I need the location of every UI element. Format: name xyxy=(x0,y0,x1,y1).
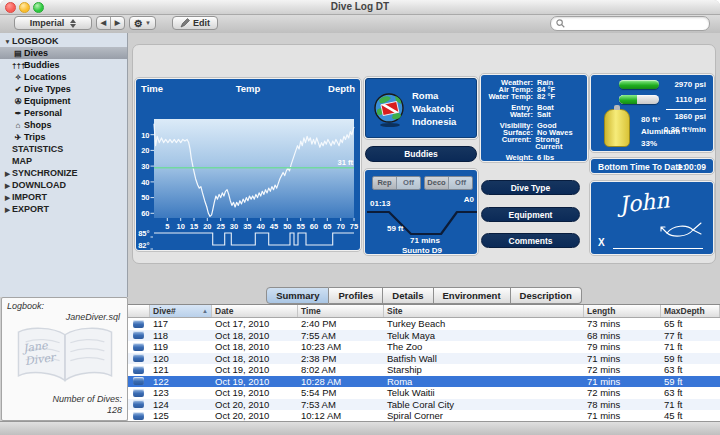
column-header-dive[interactable]: Dive#▲ xyxy=(150,305,212,317)
weather-panel: Weather:RainAir Temp:84 °FWater Temp:82 … xyxy=(479,73,589,163)
cell-dive: 117 xyxy=(150,318,212,330)
weather-row-water-temp: Water Temp:82 °F xyxy=(481,93,587,100)
sidebar-group-statistics[interactable]: STATISTICS xyxy=(0,143,127,155)
cell-maxdepth: 63 ft xyxy=(661,387,720,399)
sidebar-group-export[interactable]: ▶EXPORT xyxy=(0,203,127,215)
tank-panel: 2970 psi 1110 psi 1860 psi 0.36 ft³/min … xyxy=(589,73,715,153)
cell-length: 72 mins xyxy=(584,387,661,399)
table-row-dive-117[interactable]: 117Oct 17, 20102:40 PMTurkey Beach73 min… xyxy=(128,318,720,330)
cell-length: 73 mins xyxy=(584,318,661,330)
svg-text:45: 45 xyxy=(270,222,278,231)
sidebar-group-logbook[interactable]: ▼LOGBOOK xyxy=(0,35,127,47)
mini-profile-graphic: 01:13 A0 59 ft 71 mins Suunto D9 xyxy=(365,170,477,254)
globe-dive-flag-icon xyxy=(373,92,407,128)
table-row-dive-123[interactable]: 123Oct 19, 20105:54 PMTeluk Waitii72 min… xyxy=(128,387,720,399)
dive-log-icon xyxy=(133,389,144,397)
table-row-dive-125[interactable]: 125Oct 20, 201010:12 AMSpiral Corner71 m… xyxy=(128,410,720,422)
cell-time: 2:40 PM xyxy=(298,318,384,330)
search-input[interactable] xyxy=(568,18,702,30)
dive-row-icon-cell xyxy=(128,387,150,399)
table-row-dive-124[interactable]: 124Oct 20, 20107:53 AMTable Coral City78… xyxy=(128,399,720,411)
duration-value: 71 mins xyxy=(410,236,440,245)
svg-text:30: 30 xyxy=(230,222,238,231)
cell-maxdepth: 77 ft xyxy=(661,330,720,342)
column-header-date[interactable]: Date xyxy=(212,305,298,317)
dive-log-icon xyxy=(133,354,144,362)
sidebar-item-trips[interactable]: ✈Trips xyxy=(0,131,127,143)
max-depth-value: 59 ft xyxy=(387,224,404,233)
table-row-dive-118[interactable]: 118Oct 18, 20107:55 AMTeluk Maya68 mins7… xyxy=(128,330,720,342)
sidebar-group-map[interactable]: MAP xyxy=(0,155,127,167)
column-header-icon[interactable] xyxy=(128,305,150,317)
tab-description[interactable]: Description xyxy=(511,287,582,304)
sidebar-item-dive-types[interactable]: ✔Dive Types xyxy=(0,83,127,95)
column-header-time[interactable]: Time xyxy=(298,305,384,317)
signature-line xyxy=(613,248,703,249)
dive-table: Dive#▲DateTimeSiteLengthMaxDepth 117Oct … xyxy=(128,304,720,421)
sidebar-item-equipment[interactable]: ✇Equipment xyxy=(0,95,127,107)
sidebar-group-import[interactable]: ▶IMPORT xyxy=(0,191,127,203)
dive-computer-name: Suunto D9 xyxy=(402,246,443,254)
tab-summary[interactable]: Summary xyxy=(266,287,329,304)
cell-date: Oct 18, 2010 xyxy=(212,341,298,353)
sidebar-group-label: MAP xyxy=(12,156,32,166)
logbook-label: Logbook: xyxy=(7,301,44,311)
sidebar-item-buddies[interactable]: †††Buddies xyxy=(0,59,127,71)
table-row-dive-119[interactable]: 119Oct 18, 201010:23 AMThe Zoo79 mins71 … xyxy=(128,341,720,353)
sidebar-list: ▼LOGBOOK▤Dives†††Buddies✧Locations✔Dive … xyxy=(0,33,127,215)
sidebar-item-locations[interactable]: ✧Locations xyxy=(0,71,127,83)
column-header-maxdepth[interactable]: MaxDepth xyxy=(661,305,720,317)
column-header-site[interactable]: Site xyxy=(384,305,584,317)
buddies-button[interactable]: Buddies xyxy=(365,146,477,162)
chart-time-header: Time xyxy=(141,83,163,94)
action-gear-button[interactable]: ⚙ ▼ xyxy=(129,16,156,30)
cell-maxdepth: 59 ft xyxy=(661,376,720,388)
table-row-dive-122[interactable]: 122Oct 19, 201010:28 AMRoma71 mins59 ft xyxy=(128,376,720,388)
equipment-button[interactable]: Equipment xyxy=(481,207,580,222)
sidebar-item-label: Dive Types xyxy=(24,84,71,94)
sidebar-group-label: STATISTICS xyxy=(12,144,63,154)
cell-length: 71 mins xyxy=(584,410,661,422)
dive-count-label: Number of Dives: xyxy=(52,394,122,404)
table-row-dive-121[interactable]: 121Oct 19, 20108:02 AMStarship72 mins63 … xyxy=(128,364,720,376)
cell-length: 68 mins xyxy=(584,330,661,342)
sidebar-group-synchronize[interactable]: ▶SYNCHRONIZE xyxy=(0,167,127,179)
svg-text:20: 20 xyxy=(203,222,211,231)
status-bar xyxy=(0,421,720,435)
location-text: Roma Wakatobi Indonesia xyxy=(412,89,456,128)
tank-material-value: Aluminum xyxy=(641,127,680,136)
cell-maxdepth: 59 ft xyxy=(661,353,720,365)
comments-button[interactable]: Comments xyxy=(481,233,580,248)
sidebar-item-dives[interactable]: ▤Dives xyxy=(0,47,127,59)
edit-button[interactable]: Edit xyxy=(172,16,218,30)
weather-group: Weather:RainAir Temp:84 °FWater Temp:82 … xyxy=(481,79,587,100)
cell-dive: 120 xyxy=(150,353,212,365)
pressure-diff-rule xyxy=(666,109,706,110)
svg-text:60: 60 xyxy=(310,222,318,231)
tank-start-pressure-bar xyxy=(619,80,659,89)
tab-details[interactable]: Details xyxy=(383,287,433,304)
sidebar-group-download[interactable]: ▶DOWNLOAD xyxy=(0,179,127,191)
cell-maxdepth: 45 ft xyxy=(661,410,720,422)
cell-time: 5:54 PM xyxy=(298,387,384,399)
tab-environment[interactable]: Environment xyxy=(434,287,511,304)
title-bar: Dive Log DT xyxy=(0,0,720,15)
tab-profiles[interactable]: Profiles xyxy=(329,287,383,304)
cell-site: Table Coral City xyxy=(384,399,584,411)
sidebar: ▼LOGBOOK▤Dives†††Buddies✧Locations✔Dive … xyxy=(0,33,128,297)
sidebar-item-shops[interactable]: ⌂Shops xyxy=(0,119,127,131)
weather-field-value: Salt xyxy=(537,111,551,118)
forward-button[interactable]: ▶ xyxy=(111,17,124,29)
svg-text:55: 55 xyxy=(297,222,305,231)
column-header-length[interactable]: Length xyxy=(584,305,661,317)
dive-type-button[interactable]: Dive Type xyxy=(481,180,580,195)
cell-time: 2:38 PM xyxy=(298,353,384,365)
table-row-dive-120[interactable]: 120Oct 18, 20102:38 PMBatfish Wall71 min… xyxy=(128,353,720,365)
tank-end-pressure-bar xyxy=(619,95,659,104)
search-field[interactable] xyxy=(550,16,710,31)
svg-text:60: 60 xyxy=(141,209,149,218)
sidebar-item-personal[interactable]: ✒Personal xyxy=(0,107,127,119)
units-popup-button[interactable]: Imperial xyxy=(14,16,92,30)
back-button[interactable]: ◀ xyxy=(97,17,111,29)
weather-row-water: Water:Salt xyxy=(481,111,587,118)
